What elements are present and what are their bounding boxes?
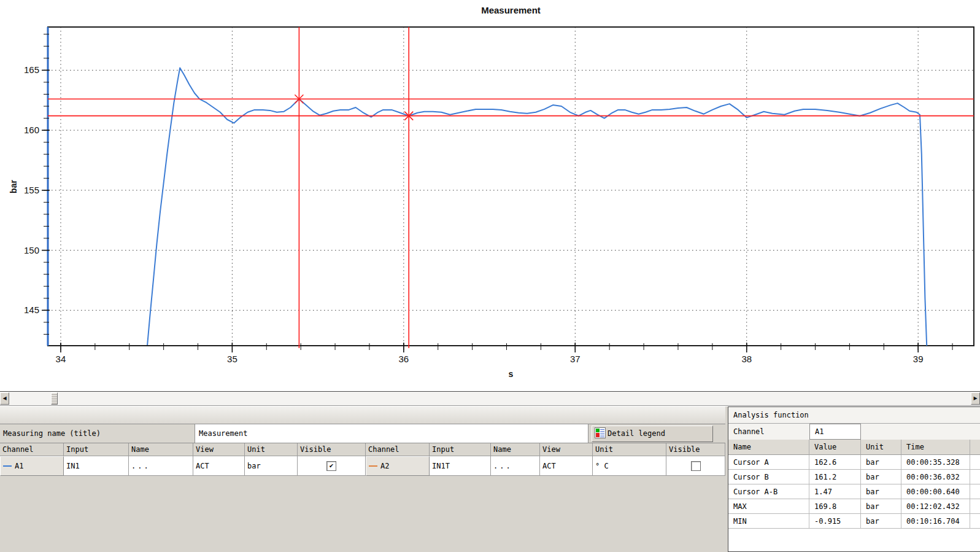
horizontal-scrollbar[interactable]: ◀ ▶ [0, 391, 980, 406]
min-value: -0.915 [809, 514, 861, 528]
analysis-row-max: MAX 169.8 bar 00:12:02.432 [728, 499, 980, 514]
analysis-panel: Analysis function Channel A1 Name Value … [728, 406, 980, 552]
cursor-b-time: 00:00:36.032 [901, 470, 970, 484]
channel-a1-visible-checkbox[interactable]: ✔ [326, 461, 336, 471]
channel-a2-input: IN1T [430, 456, 491, 476]
channel-a2-button[interactable]: A2 [366, 456, 430, 476]
channel-a1-unit: bar [245, 456, 298, 476]
plot-gridlines [48, 27, 974, 346]
channel-a1-id: A1 [15, 462, 23, 470]
bottom-panel: Legend28/09/2019 15:55:44 Measuring name… [0, 406, 980, 552]
chart-region: Measurement bar s 3435363738391451501551… [0, 0, 980, 391]
analysis-row-cursor-b: Cursor B 161.2 bar 00:00:36.032 [728, 470, 980, 484]
legend-table-row: A1 IN1 ... ACT bar ✔ A2 IN1T ... ACT ° C [0, 456, 725, 476]
analysis-col-time: Time [901, 440, 970, 455]
legend-table-header: Channel Input Name View Unit Visible Cha… [0, 443, 725, 456]
max-time: 00:12:02.432 [901, 499, 970, 513]
detail-legend-label: Detail legend [608, 429, 665, 438]
channel-a2-id: A2 [380, 462, 389, 470]
cursor-a-unit: bar [861, 455, 901, 469]
detail-legend-icon [595, 427, 606, 438]
analysis-col-value: Value [809, 440, 861, 455]
detail-legend-button[interactable]: Detail legend [592, 426, 713, 442]
channel-a2-view: ACT [540, 456, 593, 476]
svg-text:34: 34 [56, 354, 66, 364]
analysis-channel-row: Channel A1 [728, 424, 980, 440]
measurement-plot[interactable]: 343536373839145150155160165 [0, 0, 980, 391]
svg-text:155: 155 [24, 185, 39, 195]
analysis-title: Analysis function [728, 407, 980, 424]
cursor-ab-name: Cursor A-B [728, 484, 809, 499]
max-unit: bar [861, 499, 901, 513]
channel-a1-view: ACT [193, 456, 245, 476]
col-header-visible-1: Visible [298, 443, 366, 456]
svg-text:38: 38 [741, 354, 752, 364]
channel-a2-name[interactable]: ... [491, 456, 540, 476]
col-header-unit-2: Unit [593, 443, 666, 456]
svg-text:35: 35 [227, 354, 237, 364]
col-header-channel-2: Channel [366, 443, 430, 456]
svg-text:39: 39 [913, 354, 924, 364]
col-header-view-1: View [193, 443, 245, 456]
legend-header-row: Legend28/09/2019 15:55:44 [0, 406, 725, 424]
channel-a1-visible-cell: ✔ [298, 456, 366, 476]
measuring-name-input[interactable]: Measurement [195, 424, 588, 443]
analysis-channel-label: Channel [728, 424, 809, 440]
col-header-unit-1: Unit [245, 443, 298, 456]
analysis-col-name: Name [728, 440, 809, 455]
min-unit: bar [861, 514, 901, 528]
channel-a2-visible-cell [666, 456, 725, 476]
svg-text:150: 150 [24, 245, 39, 255]
min-name: MIN [728, 514, 809, 528]
svg-text:160: 160 [24, 125, 39, 135]
scroll-right-button[interactable]: ▶ [971, 392, 980, 405]
col-header-channel-1: Channel [0, 443, 64, 456]
cursor-b-name: Cursor B [728, 470, 809, 484]
analysis-table-header: Name Value Unit Time [728, 440, 980, 455]
cursor-ab-time: 00:00:00.640 [901, 484, 970, 499]
analysis-row-cursor-a: Cursor A 162.6 bar 00:00:35.328 [728, 455, 980, 470]
cursor-ab-value: 1.47 [809, 484, 861, 499]
col-header-name-1: Name [129, 443, 193, 456]
cursor-a-time: 00:00:35.328 [901, 455, 970, 469]
checkmark-icon: ✔ [330, 462, 334, 470]
plot-border [48, 27, 974, 346]
col-header-name-2: Name [491, 443, 540, 456]
analysis-channel-select[interactable]: A1 [809, 424, 861, 440]
analysis-row-min: MIN -0.915 bar 00:10:16.704 [728, 514, 980, 529]
svg-text:165: 165 [24, 64, 39, 75]
axis-ticks [42, 34, 952, 352]
analysis-row-cursor-ab: Cursor A-B 1.47 bar 00:00:00.640 [728, 484, 980, 499]
channel-a2-color-swatch [369, 465, 377, 467]
analysis-col-unit: Unit [861, 440, 901, 455]
min-time: 00:10:16.704 [901, 514, 970, 528]
col-header-view-2: View [540, 443, 593, 456]
scroll-thumb[interactable] [51, 392, 58, 405]
svg-text:145: 145 [24, 305, 39, 315]
channel-a1-button[interactable]: A1 [0, 456, 64, 476]
max-value: 169.8 [809, 499, 861, 513]
series-a1-line [147, 68, 927, 346]
cursor-lines[interactable] [48, 27, 974, 348]
cursor-b-unit: bar [861, 470, 901, 484]
max-name: MAX [728, 499, 809, 513]
svg-text:36: 36 [399, 354, 409, 364]
channel-a1-color-swatch [3, 465, 12, 467]
channel-a2-unit: ° C [593, 456, 666, 476]
channel-a2-visible-checkbox[interactable] [691, 461, 701, 471]
channel-a1-name[interactable]: ... [129, 456, 193, 476]
analysis-col-extra [970, 440, 980, 455]
col-header-input-2: Input [430, 443, 491, 456]
svg-text:37: 37 [570, 354, 581, 364]
cursor-a-name: Cursor A [728, 455, 809, 469]
col-header-visible-2: Visible [666, 443, 725, 456]
col-header-input-1: Input [64, 443, 129, 456]
scroll-left-button[interactable]: ◀ [0, 392, 9, 405]
measuring-name-label: Measuring name (title) [0, 424, 195, 443]
measuring-name-row: Measuring name (title) Measurement Detai… [0, 424, 725, 443]
cursor-a-value: 162.6 [809, 455, 861, 469]
cursor-b-value: 161.2 [809, 470, 861, 484]
cursor-ab-unit: bar [861, 484, 901, 499]
channel-a1-input: IN1 [64, 456, 129, 476]
